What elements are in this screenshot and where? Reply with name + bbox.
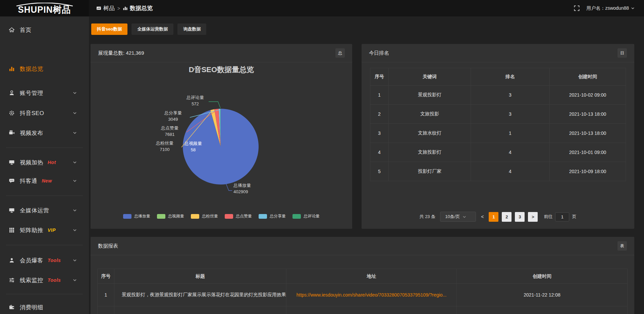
sidebar-item-account-management[interactable]: 账号管理 bbox=[0, 85, 89, 101]
page-button-2[interactable]: 2 bbox=[502, 212, 512, 222]
ranking-card-title: 今日排名 bbox=[369, 50, 389, 56]
legend-item[interactable]: 总评论量 bbox=[292, 213, 320, 219]
page-button-1[interactable]: 1 bbox=[489, 212, 498, 222]
sidebar-item-label: 视频发布 bbox=[20, 129, 43, 137]
ranking-card-header: 今日排名 日 bbox=[362, 44, 634, 62]
tools-badge: Tools bbox=[48, 277, 61, 283]
vip-badge: VIP bbox=[48, 227, 56, 233]
sidebar-divider bbox=[6, 148, 83, 148]
table-cell: 2021-10-13 18:00 bbox=[550, 124, 626, 143]
goto-page-input[interactable] bbox=[555, 212, 569, 221]
page-size-select[interactable]: 10条/页 bbox=[440, 212, 476, 222]
pie-label-fans: 总粉丝量7100 bbox=[149, 140, 180, 153]
next-page-button[interactable]: > bbox=[528, 212, 538, 222]
sidebar-item-member-baoke[interactable]: 会员爆客 Tools bbox=[0, 252, 89, 269]
report-card: 数据报表 表 序号 标题 地址 创建时间 1景观投影灯，夜游景观投影灯厂家展示展… bbox=[91, 237, 634, 314]
chevron-down-icon bbox=[631, 6, 635, 10]
monitor-icon bbox=[9, 207, 15, 213]
sidebar-item-douketong[interactable]: 抖客通 New bbox=[0, 172, 89, 189]
table-cell bbox=[98, 306, 114, 314]
pie-label-shares: 总分享量3049 bbox=[158, 110, 189, 122]
table-badge[interactable]: 表 bbox=[618, 241, 627, 251]
sidebar-item-douyin-seo[interactable]: 抖音SEO bbox=[0, 105, 89, 121]
table-cell: 3 bbox=[471, 86, 550, 105]
sidebar-divider bbox=[6, 245, 83, 245]
legend-label: 总粉丝量 bbox=[202, 213, 218, 219]
app-logo[interactable]: SHUPIN树品 bbox=[0, 0, 89, 16]
sidebar-item-data-overview[interactable]: 数据总览 bbox=[0, 60, 89, 77]
bar-chart-icon bbox=[123, 6, 128, 11]
sidebar-item-consumption-detail[interactable]: 消费明细 bbox=[0, 299, 89, 314]
table-cell: 文旅投影 bbox=[389, 105, 471, 124]
table-cell bbox=[286, 306, 457, 314]
user-menu[interactable]: 用户名：zswodun88 bbox=[586, 5, 635, 11]
pie-chart bbox=[91, 44, 352, 229]
report-card-title: 数据报表 bbox=[98, 243, 118, 249]
leader-line-plays bbox=[226, 184, 232, 191]
breadcrumb-current[interactable]: 数据总览 bbox=[123, 4, 153, 12]
grid-icon bbox=[9, 227, 15, 233]
legend-label: 总播放量 bbox=[134, 213, 150, 219]
sidebar-item-video-heat[interactable]: 视频加热 Hot bbox=[0, 154, 89, 171]
video-link[interactable]: https://www.iesdouyin.com/share/video/70… bbox=[297, 292, 447, 298]
breadcrumb-current-label: 数据总览 bbox=[130, 4, 153, 12]
legend-item[interactable]: 总点赞量 bbox=[225, 213, 252, 219]
topbar: SHUPIN树品 树品 > 数据总览 用户名：zswodun88 bbox=[0, 0, 644, 16]
sidebar-item-label: 账号管理 bbox=[20, 89, 43, 97]
sidebar-item-home[interactable]: 首页 bbox=[0, 21, 89, 38]
breadcrumb-root[interactable]: 树品 bbox=[96, 4, 115, 12]
legend-swatch bbox=[225, 214, 233, 219]
table-cell: 1 bbox=[98, 284, 114, 306]
table-row: 4文旅投影灯42021-10-01 09:00 bbox=[370, 143, 626, 162]
table-cell: 4 bbox=[370, 143, 389, 162]
page-size-value: 10条/页 bbox=[445, 212, 460, 221]
pie-label-videos: 总视频量58 bbox=[178, 140, 208, 153]
legend-item[interactable]: 总播放量 bbox=[123, 213, 150, 219]
sidebar-item-video-publish[interactable]: 视频发布 bbox=[0, 124, 89, 141]
page-unit-label: 页 bbox=[572, 214, 576, 220]
table-cell bbox=[457, 306, 628, 314]
chevron-down-icon bbox=[73, 208, 77, 212]
tab-media-operation-data[interactable]: 全媒体运营数据 bbox=[131, 23, 173, 35]
table-cell bbox=[114, 306, 286, 314]
legend-item[interactable]: 总粉丝量 bbox=[191, 213, 218, 219]
breadcrumb-root-label: 树品 bbox=[103, 4, 115, 12]
table-cell: 文旅水纹灯 bbox=[389, 124, 471, 143]
table-cell: 3 bbox=[370, 124, 389, 143]
table-cell: 5 bbox=[370, 162, 389, 181]
sidebar-item-lead-monitor[interactable]: 线索监控 Tools bbox=[0, 272, 89, 289]
legend-label: 总点赞量 bbox=[236, 213, 252, 219]
pie-label-plays: 总播放量402909 bbox=[233, 182, 270, 195]
chevron-down-icon bbox=[73, 228, 77, 232]
sidebar-item-matrix-boost[interactable]: 矩阵助推 VIP bbox=[0, 222, 89, 239]
column-header: 关键词 bbox=[389, 68, 471, 86]
goto-page: 前往 页 bbox=[544, 212, 576, 221]
sidebar-item-media-operation[interactable]: 全媒体运营 bbox=[0, 202, 89, 219]
legend-swatch bbox=[191, 214, 199, 219]
logo-text: SHUPIN树品 bbox=[18, 6, 71, 14]
table-cell: 2021-10-13 18:00 bbox=[550, 105, 626, 124]
prev-page-button[interactable]: < bbox=[479, 214, 485, 219]
fullscreen-icon[interactable] bbox=[574, 5, 580, 11]
table-cell: 景观投影灯，夜游景观投影灯厂家展示展示落花灯在花园里的灯光投影应用效果 # bbox=[114, 284, 286, 306]
breadcrumb-separator: > bbox=[117, 6, 120, 11]
sidebar-item-label: 抖客通 bbox=[20, 177, 38, 185]
table-cell: 1 bbox=[471, 124, 550, 143]
day-badge[interactable]: 日 bbox=[618, 48, 627, 58]
goto-label: 前往 bbox=[544, 214, 552, 220]
table-cell: 4 bbox=[471, 162, 550, 181]
legend-swatch bbox=[157, 214, 165, 219]
sidebar-divider bbox=[6, 196, 83, 196]
tab-douyin-seo-data[interactable]: 抖音seo数据 bbox=[91, 23, 127, 35]
table-row: 1景观投影灯32021-10-02 09:00 bbox=[370, 86, 626, 105]
legend-item[interactable]: 总分享量 bbox=[259, 213, 286, 219]
page-button-3[interactable]: 3 bbox=[515, 212, 525, 222]
table-cell: 文旅投影灯 bbox=[389, 143, 471, 162]
legend-item[interactable]: 总视频量 bbox=[157, 213, 184, 219]
sidebar-item-label: 线索监控 bbox=[20, 276, 43, 284]
table-row: 1景观投影灯，夜游景观投影灯厂家展示展示落花灯在花园里的灯光投影应用效果 #ht… bbox=[98, 284, 628, 306]
legend-swatch bbox=[292, 214, 301, 219]
pie-label-likes: 总点赞量7681 bbox=[154, 125, 185, 138]
video-camera-icon bbox=[9, 130, 15, 136]
tab-inquiry-data[interactable]: 询盘数据 bbox=[177, 23, 206, 35]
